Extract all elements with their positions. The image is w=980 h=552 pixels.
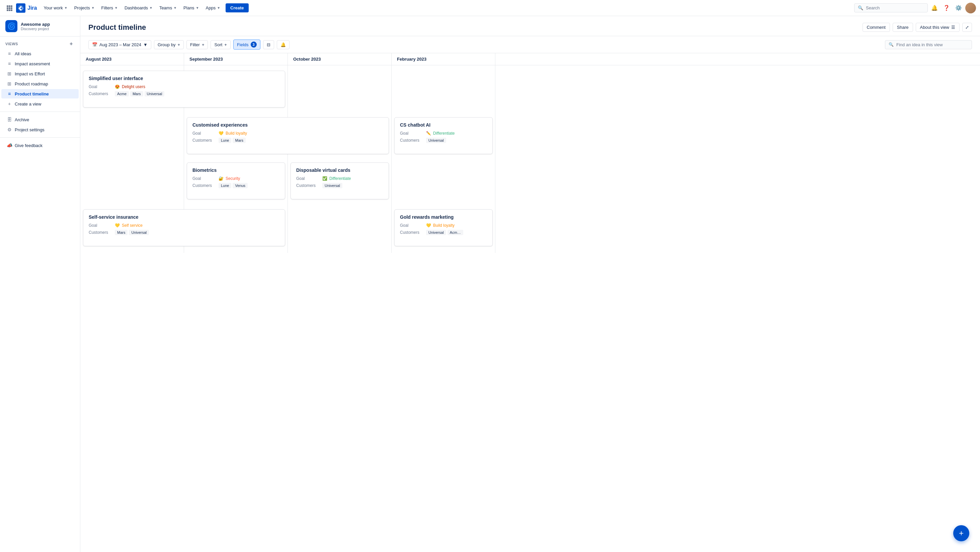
nav-dashboards[interactable]: Dashboards ▼ xyxy=(122,3,155,13)
filter-button[interactable]: Filter + xyxy=(186,40,208,49)
goal-emoji: 🔐 xyxy=(218,176,224,181)
grid-icon: ⊞ xyxy=(7,81,12,86)
svg-rect-8 xyxy=(11,10,13,11)
goal-label: Goal xyxy=(400,131,423,136)
project-name: Awesome app xyxy=(21,22,50,27)
idea-card[interactable]: Self-service insurance Goal 💛 Self servi… xyxy=(83,209,285,246)
nav-teams[interactable]: Teams ▼ xyxy=(157,3,180,13)
notification-button[interactable]: 🔔 xyxy=(277,40,290,49)
customer-tag: Mars xyxy=(232,138,245,143)
idea-card[interactable]: Customised experiences Goal 💛 Build loya… xyxy=(187,117,389,154)
chevron-down-icon: ▼ xyxy=(217,6,220,10)
goal-label: Goal xyxy=(89,85,112,89)
list-icon: ≡ xyxy=(7,51,12,56)
idea-card[interactable]: Gold rewards marketing Goal 💛 Build loya… xyxy=(394,209,493,246)
customer-tag: Universal xyxy=(145,91,165,96)
timeline-month-header: August 2023 xyxy=(80,53,184,65)
grid-menu-icon[interactable] xyxy=(4,3,15,13)
goal-label: Goal xyxy=(296,176,320,181)
nav-plans[interactable]: Plans ▼ xyxy=(181,3,202,13)
project-icon: 🌀 xyxy=(5,20,18,32)
customers-list: Universal xyxy=(426,138,446,143)
expand-button[interactable]: ⤢ xyxy=(962,23,972,32)
fab-button[interactable]: + xyxy=(953,525,969,541)
goal-emoji: 💛 xyxy=(115,223,120,228)
display-icon: ⊟ xyxy=(267,42,270,47)
svg-rect-6 xyxy=(7,10,8,11)
svg-rect-4 xyxy=(9,7,10,9)
sidebar-item-impact-assessment[interactable]: ≡ Impact assesment xyxy=(2,59,79,68)
goal-label: Goal xyxy=(89,223,112,228)
goal-label: Goal xyxy=(192,131,216,136)
customers-label: Customers xyxy=(400,230,423,235)
card-title: Customised experiences xyxy=(192,122,383,128)
date-range-button[interactable]: 📅 Aug 2023 – Mar 2024 ▼ xyxy=(88,40,151,49)
customer-tag: Lune xyxy=(218,138,231,143)
customer-tag: Universal xyxy=(322,183,342,188)
card-goal: 💛 Build loyalty xyxy=(218,131,247,136)
settings-icon: ⚙ xyxy=(7,127,12,132)
card-title: Simplified user interface xyxy=(89,76,280,81)
timeline-body: Simplified user interface Goal 😍 Delight… xyxy=(80,65,495,253)
timeline-wrapper: August 2023September 2023October 2023Feb… xyxy=(80,53,980,552)
fields-button[interactable]: Fields 3 xyxy=(233,40,260,49)
avatar[interactable] xyxy=(965,3,976,13)
list-icon: ≡ xyxy=(7,61,12,66)
display-button[interactable]: ⊟ xyxy=(263,40,274,49)
jira-logo[interactable]: Jira xyxy=(16,3,37,13)
timeline-header: August 2023September 2023October 2023Feb… xyxy=(80,53,980,65)
settings-icon[interactable]: ⚙️ xyxy=(953,3,964,13)
sidebar-item-product-roadmap[interactable]: ⊞ Product roadmap xyxy=(2,79,79,88)
page-title: Product timeline xyxy=(88,23,146,32)
customers-list: AcmeMarsUniversal xyxy=(115,91,164,96)
sidebar-item-give-feedback[interactable]: 📣 Give feedback xyxy=(2,141,79,150)
sort-button[interactable]: Sort + xyxy=(210,40,230,49)
nav-projects[interactable]: Projects ▼ xyxy=(72,3,97,13)
sidebar-item-impact-vs-effort[interactable]: ⊞ Impact vs Effort xyxy=(2,69,79,78)
share-button[interactable]: Share xyxy=(892,23,913,32)
customers-label: Customers xyxy=(192,183,216,188)
about-button[interactable]: About this view ☰ xyxy=(916,23,959,32)
timeline-search[interactable]: 🔍 Find an idea in this view xyxy=(885,40,972,49)
card-title: Gold rewards marketing xyxy=(400,214,487,220)
goal-emoji: 💛 xyxy=(218,131,224,136)
timeline-grid-col xyxy=(288,65,391,253)
idea-card[interactable]: CS chatbot AI Goal ✏️ Differentiate Cust… xyxy=(394,117,493,154)
nav-your-work[interactable]: Your work ▼ xyxy=(41,3,70,13)
group-by-button[interactable]: Group by + xyxy=(154,40,184,49)
customer-tag: Acme xyxy=(115,91,129,96)
idea-card[interactable]: Simplified user interface Goal 😍 Delight… xyxy=(83,71,285,107)
create-button[interactable]: Create xyxy=(226,3,248,13)
bell-icon: 🔔 xyxy=(280,42,286,47)
content-header: Product timeline Comment Share About thi… xyxy=(80,16,980,36)
customers-label: Customers xyxy=(89,230,112,235)
content-area: Product timeline Comment Share About thi… xyxy=(80,16,980,552)
search-icon: 🔍 xyxy=(858,5,863,10)
chevron-down-icon: ▼ xyxy=(196,6,199,10)
notifications-icon[interactable]: 🔔 xyxy=(929,3,940,13)
nav-apps[interactable]: Apps ▼ xyxy=(203,3,223,13)
idea-card[interactable]: Biometrics Goal 🔐 Security Customers Lun… xyxy=(187,163,285,199)
nav-filters[interactable]: Filters ▼ xyxy=(99,3,121,13)
sidebar-item-archive[interactable]: 🗄 Archive xyxy=(2,115,79,124)
sidebar-item-project-settings[interactable]: ⚙ Project settings xyxy=(2,125,79,134)
sidebar-item-all-ideas[interactable]: ≡ All ideas xyxy=(2,49,79,58)
card-goal: 💛 Self service xyxy=(115,223,143,228)
svg-rect-3 xyxy=(7,7,8,9)
feedback-icon: 📣 xyxy=(7,143,12,148)
project-header[interactable]: 🌀 Awesome app Discovery project xyxy=(0,16,80,37)
menu-icon: ☰ xyxy=(951,25,955,30)
timeline-month-header: October 2023 xyxy=(288,53,391,65)
sidebar-item-create-view[interactable]: + Create a view xyxy=(2,99,79,108)
idea-card[interactable]: Disposable virtual cards Goal ✅ Differen… xyxy=(291,163,389,199)
comment-button[interactable]: Comment xyxy=(862,23,890,32)
customers-list: Universal xyxy=(322,183,342,188)
help-icon[interactable]: ❓ xyxy=(941,3,952,13)
sidebar-item-product-timeline[interactable]: ≡ Product timeline xyxy=(2,89,79,99)
search-bar[interactable]: 🔍 Search xyxy=(854,3,928,13)
goal-emoji: 😍 xyxy=(115,85,120,89)
fields-count-badge: 3 xyxy=(251,41,257,48)
add-view-icon[interactable]: + xyxy=(68,40,75,47)
nav-logo-text: Jira xyxy=(27,5,37,11)
toolbar: 📅 Aug 2023 – Mar 2024 ▼ Group by + Filte… xyxy=(80,36,980,53)
